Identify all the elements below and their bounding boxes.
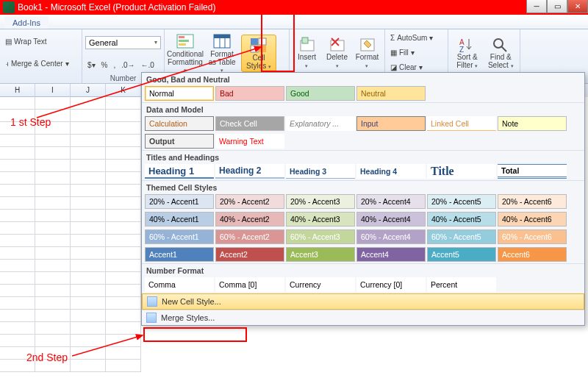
cell[interactable] <box>106 210 141 222</box>
style-neutral[interactable]: Neutral <box>356 86 426 101</box>
style-heading2[interactable]: Heading 2 <box>215 164 284 179</box>
cell[interactable] <box>106 147 141 160</box>
cell[interactable] <box>0 172 35 185</box>
style-20-accent2[interactable]: 20% - Accent2 <box>215 194 284 209</box>
cell[interactable] <box>0 222 35 235</box>
cell[interactable] <box>71 360 106 372</box>
style-60-accent3[interactable]: 60% - Accent3 <box>286 229 355 244</box>
decrease-decimal-button[interactable]: ←.0 <box>139 60 157 70</box>
wrap-text-button[interactable]: ▤Wrap Text <box>3 37 79 46</box>
cell[interactable] <box>35 172 71 185</box>
style-currency0[interactable]: Currency [0] <box>356 277 426 292</box>
cell[interactable] <box>71 122 106 135</box>
style-60-accent2[interactable]: 60% - Accent2 <box>215 229 284 244</box>
cell[interactable] <box>106 335 141 347</box>
style-20-accent5[interactable]: 20% - Accent5 <box>427 194 496 209</box>
cell[interactable] <box>35 122 71 135</box>
cell[interactable] <box>106 135 141 147</box>
style-40-accent3[interactable]: 40% - Accent3 <box>286 212 355 227</box>
find-select-button[interactable]: Find & Select ▾ <box>485 34 517 71</box>
style-title[interactable]: Title <box>427 164 496 179</box>
clear-button[interactable]: ◪Clear▾ <box>388 63 445 72</box>
style-accent6[interactable]: Accent6 <box>498 247 567 262</box>
style-currency[interactable]: Currency <box>286 277 355 292</box>
percent-button[interactable]: % <box>99 60 110 70</box>
style-20-accent6[interactable]: 20% - Accent6 <box>498 194 567 209</box>
cell[interactable] <box>35 222 71 235</box>
col-header[interactable]: K <box>106 84 141 97</box>
cell[interactable] <box>71 322 106 335</box>
style-check-cell[interactable]: Check Cell <box>215 116 284 131</box>
cell[interactable] <box>106 160 141 172</box>
cell[interactable] <box>71 210 106 222</box>
style-20-accent4[interactable]: 20% - Accent4 <box>356 194 426 209</box>
style-heading4[interactable]: Heading 4 <box>356 164 426 179</box>
cell[interactable] <box>71 272 106 285</box>
sort-filter-button[interactable]: AZSort & Filter ▾ <box>451 34 484 71</box>
style-accent1[interactable]: Accent1 <box>145 247 214 262</box>
cell[interactable] <box>71 147 106 160</box>
cell[interactable] <box>0 160 35 172</box>
style-linked-cell[interactable]: Linked Cell <box>427 116 496 131</box>
style-heading1[interactable]: Heading 1 <box>145 164 214 179</box>
cell[interactable] <box>35 335 71 347</box>
autosum-button[interactable]: ΣAutoSum▾ <box>388 33 445 43</box>
currency-button[interactable]: $▾ <box>85 60 98 70</box>
cell[interactable] <box>0 185 35 197</box>
cell[interactable] <box>71 297 106 310</box>
cell[interactable] <box>71 110 106 122</box>
cell[interactable] <box>106 272 141 285</box>
style-percent[interactable]: Percent <box>427 277 496 292</box>
cell[interactable] <box>0 297 35 310</box>
style-bad[interactable]: Bad <box>215 86 284 101</box>
col-header[interactable]: J <box>71 84 106 97</box>
cell[interactable] <box>35 185 71 197</box>
style-good[interactable]: Good <box>286 86 355 101</box>
cell[interactable] <box>71 222 106 235</box>
comma-button[interactable]: , <box>111 60 118 70</box>
style-40-accent2[interactable]: 40% - Accent2 <box>215 212 284 227</box>
cell[interactable] <box>35 247 71 260</box>
cell[interactable] <box>35 310 71 322</box>
style-accent5[interactable]: Accent5 <box>427 247 496 262</box>
cell[interactable] <box>71 335 106 347</box>
cell[interactable] <box>71 260 106 272</box>
cell[interactable] <box>0 97 35 110</box>
cell[interactable] <box>106 97 141 110</box>
cell[interactable] <box>0 110 35 122</box>
cell[interactable] <box>71 347 106 360</box>
minimize-button[interactable]: ─ <box>526 0 547 13</box>
style-60-accent1[interactable]: 60% - Accent1 <box>145 229 214 244</box>
cell[interactable] <box>0 310 35 322</box>
cell[interactable] <box>106 185 141 197</box>
cell[interactable] <box>0 335 35 347</box>
fill-button[interactable]: ▦Fill▾ <box>388 48 445 57</box>
style-accent4[interactable]: Accent4 <box>356 247 426 262</box>
style-input[interactable]: Input <box>356 116 426 131</box>
cell[interactable] <box>35 160 71 172</box>
cell[interactable] <box>0 235 35 247</box>
style-60-accent6[interactable]: 60% - Accent6 <box>498 229 567 244</box>
style-20-accent1[interactable]: 20% - Accent1 <box>145 194 214 209</box>
style-heading3[interactable]: Heading 3 <box>286 164 355 179</box>
format-as-table-button[interactable]: Format as Table ▾ <box>204 31 240 76</box>
maximize-button[interactable]: ▭ <box>547 0 567 13</box>
cell[interactable] <box>0 260 35 272</box>
cell[interactable] <box>0 122 35 135</box>
cell[interactable] <box>71 135 106 147</box>
style-accent3[interactable]: Accent3 <box>286 247 355 262</box>
style-40-accent4[interactable]: 40% - Accent4 <box>356 212 426 227</box>
col-header[interactable]: H <box>0 84 35 97</box>
cell[interactable] <box>106 197 141 210</box>
format-button[interactable]: Format▾ <box>353 34 381 71</box>
cell[interactable] <box>35 322 71 335</box>
tab-addins[interactable]: Add-Ins <box>4 16 49 29</box>
cell[interactable] <box>106 297 141 310</box>
cell[interactable] <box>71 235 106 247</box>
delete-button[interactable]: Delete▾ <box>323 34 351 71</box>
style-60-accent4[interactable]: 60% - Accent4 <box>356 229 426 244</box>
cell[interactable] <box>71 160 106 172</box>
cell[interactable] <box>35 235 71 247</box>
cell[interactable] <box>71 247 106 260</box>
cell[interactable] <box>71 185 106 197</box>
